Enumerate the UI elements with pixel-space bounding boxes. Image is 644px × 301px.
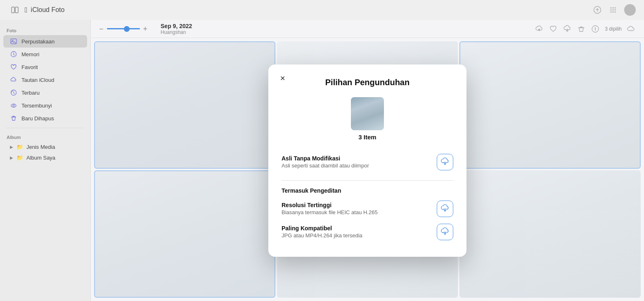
sidebar-item-tautan-icloud[interactable]: Tautan iCloud <box>3 74 87 86</box>
trash-icon <box>10 115 17 122</box>
sidebar-item-perpustakaan[interactable]: Perpustakaan <box>3 35 87 48</box>
main-layout: Foto Perpustakaan Memori Favorit Tautan … <box>0 20 644 301</box>
svg-rect-0 <box>12 7 14 13</box>
sidebar-item-terbaru[interactable]: Terbaru <box>3 86 87 99</box>
sidebar-label-perpustakaan: Perpustakaan <box>21 38 54 45</box>
sidebar-item-favorit[interactable]: Favorit <box>3 61 87 73</box>
download-highest-res-button[interactable] <box>437 201 453 217</box>
svg-point-3 <box>611 7 612 9</box>
download-compatible-button[interactable] <box>437 224 453 240</box>
thumbnail-image <box>351 97 384 130</box>
top-bar-left:  iCloud Foto <box>8 3 64 17</box>
heart-icon <box>10 63 17 71</box>
option-compatible-title: Paling Kompatibel <box>282 225 362 232</box>
photo-icon <box>10 38 17 45</box>
app-title: iCloud Foto <box>31 6 65 14</box>
sidebar-toggle-button[interactable] <box>8 3 21 17</box>
sidebar-item-baru-dihapus[interactable]: Baru Dihapus <box>3 112 87 124</box>
sidebar-item-jenis-media[interactable]: ▶ 📁 Jenis Media <box>3 142 87 152</box>
option-highest-res-text: Resolusi Tertinggi Biasanya termasuk fil… <box>282 202 378 215</box>
modal-title: Pilihan Pengunduhan <box>282 78 453 87</box>
folder-icon: 📁 <box>17 144 23 150</box>
option-compatible-text: Paling Kompatibel JPG atau MP4/H.264 jik… <box>282 225 362 239</box>
download-original-button[interactable] <box>437 154 453 170</box>
modal-item-count: 3 Item <box>358 134 376 141</box>
eye-icon <box>10 102 17 109</box>
option-compatible: Paling Kompatibel JPG atau MP4/H.264 jik… <box>282 220 453 244</box>
recent-icon <box>10 89 17 96</box>
svg-point-4 <box>613 7 614 9</box>
grid-icon[interactable] <box>608 5 618 14</box>
chevron-icon: ▶ <box>10 145 13 149</box>
option-original-title: Asli Tanpa Modifikasi <box>282 155 369 162</box>
download-options-modal: ✕ Pilihan Pengunduhan 3 Item Asli Tanpa … <box>268 64 466 257</box>
modal-thumbnail <box>351 97 384 130</box>
svg-point-11 <box>615 12 616 13</box>
content-area: − + Sep 9, 2022 Huangshan <box>91 20 644 301</box>
sidebar-label-baru-dihapus: Baru Dihapus <box>21 115 54 122</box>
chevron-icon-2: ▶ <box>10 155 13 160</box>
folder-icon-2: 📁 <box>17 155 23 161</box>
avatar[interactable] <box>624 4 636 16</box>
modal-thumbnail-area: 3 Item <box>282 97 453 141</box>
option-highest-res: Resolusi Tertinggi Biasanya termasuk fil… <box>282 197 453 220</box>
sidebar-item-album-saya[interactable]: ▶ 📁 Album Saya <box>3 153 87 163</box>
sidebar-label-tersembunyi: Tersembunyi <box>21 103 52 109</box>
time-icon <box>10 50 17 58</box>
modal-backdrop: ✕ Pilihan Pengunduhan 3 Item Asli Tanpa … <box>91 20 644 301</box>
album-label-saya: Album Saya <box>26 155 55 161</box>
svg-point-7 <box>613 10 614 11</box>
sidebar-label-terbaru: Terbaru <box>21 90 40 96</box>
svg-point-10 <box>613 12 614 13</box>
option-highest-res-title: Resolusi Tertinggi <box>282 202 378 208</box>
option-highest-res-desc: Biasanya termasuk file HEIC atau H.265 <box>282 209 378 215</box>
svg-point-5 <box>615 7 616 9</box>
apple-logo:  <box>25 6 28 14</box>
svg-point-9 <box>611 12 612 13</box>
option-original-text: Asli Tanpa Modifikasi Asli seperti saat … <box>282 155 369 169</box>
option-original: Asli Tanpa Modifikasi Asli seperti saat … <box>282 150 453 174</box>
svg-point-17 <box>13 105 14 107</box>
top-bar:  iCloud Foto <box>0 0 644 20</box>
svg-point-16 <box>11 104 16 108</box>
album-label-jenis-media: Jenis Media <box>26 144 55 150</box>
svg-point-13 <box>12 40 13 41</box>
sidebar-divider <box>7 128 84 128</box>
sidebar-section-foto: Foto <box>0 25 90 35</box>
sidebar-section-album: Album <box>0 131 90 141</box>
svg-point-6 <box>611 10 612 11</box>
sidebar-label-tautan: Tautan iCloud <box>21 77 54 83</box>
sidebar-item-memori[interactable]: Memori <box>3 48 87 60</box>
sidebar: Foto Perpustakaan Memori Favorit Tautan … <box>0 20 91 301</box>
sidebar-label-favorit: Favorit <box>21 64 38 70</box>
sidebar-item-tersembunyi[interactable]: Tersembunyi <box>3 99 87 112</box>
option-original-desc: Asli seperti saat diambil atau diimpor <box>282 162 369 169</box>
sidebar-label-memori: Memori <box>21 51 39 57</box>
section-label-pengeditan: Termasuk Pengeditan <box>282 187 453 194</box>
upload-icon[interactable] <box>593 5 602 14</box>
top-bar-right <box>593 4 636 16</box>
cloud-icon <box>10 76 17 84</box>
svg-point-8 <box>615 10 616 11</box>
svg-rect-1 <box>15 7 18 13</box>
modal-divider-1 <box>282 180 453 181</box>
option-compatible-desc: JPG atau MP4/H.264 jika tersedia <box>282 232 362 239</box>
modal-close-button[interactable]: ✕ <box>277 73 288 84</box>
